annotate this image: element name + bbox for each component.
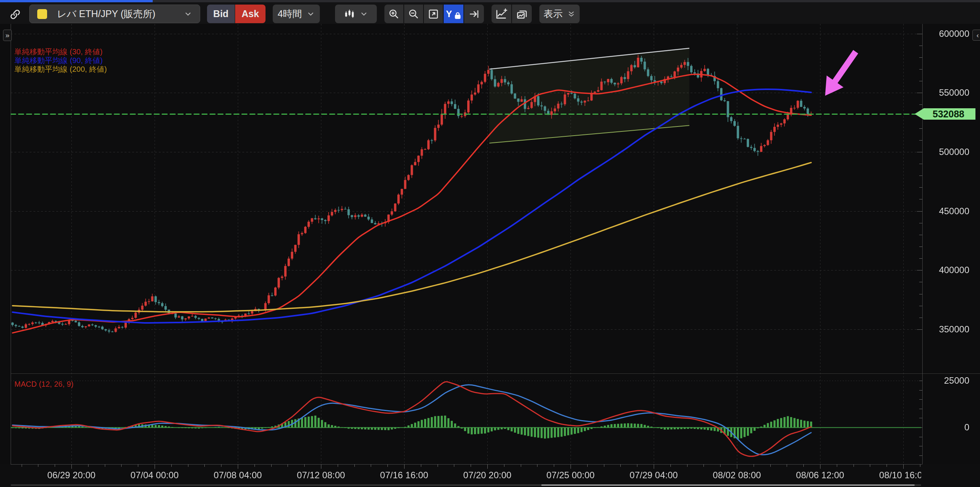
bid-label: Bid (213, 8, 228, 19)
ask-button[interactable]: Ask (235, 5, 266, 23)
time-axis-label: 07/08 04:00 (205, 470, 270, 480)
chevron-down-icon (360, 10, 368, 18)
legend-sma-200[interactable]: 単純移動平均線 (200, 終値) (14, 65, 107, 73)
double-chevron-right-icon: » (5, 31, 10, 40)
toolbar: レバ ETH/JPY (販売所) Bid Ask 4時間 Y (0, 2, 980, 24)
y-axis-lock-button[interactable]: Y (444, 5, 463, 23)
time-axis-label: 07/12 08:00 (289, 470, 353, 480)
price-axis-label: 600000 (923, 29, 969, 39)
ask-label: Ask (242, 8, 259, 19)
current-price-tag: 532088 (915, 108, 975, 120)
time-axis-label: 07/25 00:00 (538, 470, 603, 480)
bid-button[interactable]: Bid (207, 5, 235, 23)
symbol-selector[interactable]: レバ ETH/JPY (販売所) (29, 5, 200, 23)
price-axis-label: 350000 (923, 325, 969, 334)
price-axis-label: 450000 (923, 206, 969, 216)
legend-sma-90[interactable]: 単純移動平均線 (90, 終値) (14, 57, 107, 64)
time-axis-label: 07/20 20:00 (455, 470, 520, 480)
time-axis-label: 08/06 12:00 (788, 470, 853, 480)
time-axis-label: 06/29 20:00 (39, 470, 104, 480)
scale-to-fit-icon (428, 8, 439, 20)
main-chart-canvas[interactable] (0, 0, 980, 487)
zoom-in-button[interactable] (384, 5, 403, 23)
legend-sma-30[interactable]: 単純移動平均線 (30, 終値) (14, 48, 107, 56)
zoom-out-button[interactable] (404, 5, 423, 23)
indicator-legend: 単純移動平均線 (30, 終値) 単純移動平均線 (90, 終値) 単純移動平均… (14, 48, 107, 73)
scale-to-fit-button[interactable] (424, 5, 443, 23)
add-indicator-button[interactable] (492, 5, 511, 23)
timeframe-label: 4時間 (278, 8, 302, 20)
scrollbar-thumb[interactable] (541, 484, 915, 486)
macd-axis-label: 25000 (923, 376, 969, 385)
link-icon[interactable] (7, 6, 24, 23)
zoom-out-icon (408, 8, 419, 20)
go-to-latest-button[interactable] (464, 5, 484, 23)
chevron-down-icon (307, 10, 315, 18)
time-axis-label: 07/16 16:00 (372, 470, 436, 480)
price-axis-label: 500000 (923, 147, 969, 157)
time-axis-label: 07/29 04:00 (621, 470, 686, 480)
time-axis-label: 08/02 08:00 (705, 470, 769, 480)
chain-link-icon (9, 8, 22, 21)
chevron-down-icon (184, 10, 192, 18)
candlestick-chart-icon (344, 8, 355, 20)
timeframe-selector[interactable]: 4時間 (273, 5, 320, 23)
macd-indicator-label[interactable]: MACD (12, 26, 9) (14, 380, 74, 388)
double-chevron-down-icon (567, 10, 576, 18)
macd-axis-label: 0 (923, 422, 969, 432)
symbol-label: レバ ETH/JPY (販売所) (57, 8, 179, 20)
drawing-panel-expand-button[interactable]: » (3, 30, 12, 41)
time-axis-label: 07/04 00:00 (123, 470, 187, 480)
time-axis[interactable]: 06/29 20:0007/04 00:0007/08 04:0007/12 0… (0, 464, 921, 487)
overlapping-frames-icon (516, 8, 528, 20)
display-label: 表示 (544, 8, 563, 20)
price-axis-label: 400000 (923, 265, 969, 275)
y-lock-label: Y (446, 9, 452, 19)
symbol-marker-icon (37, 9, 47, 19)
price-axis-label: 550000 (923, 88, 969, 98)
time-axis-label: 08/10 16:00 (871, 470, 921, 480)
line-chart-plus-icon (495, 8, 508, 20)
arrow-to-bar-icon (468, 8, 480, 20)
chart-type-selector[interactable] (335, 5, 377, 23)
padlock-icon (454, 12, 461, 19)
trading-app: { "toolbar": { "symbol_label": "レバ ETH/J… (0, 0, 980, 487)
snapshot-button[interactable] (512, 5, 532, 23)
display-menu-button[interactable]: 表示 (539, 5, 580, 23)
zoom-in-icon (388, 8, 399, 20)
